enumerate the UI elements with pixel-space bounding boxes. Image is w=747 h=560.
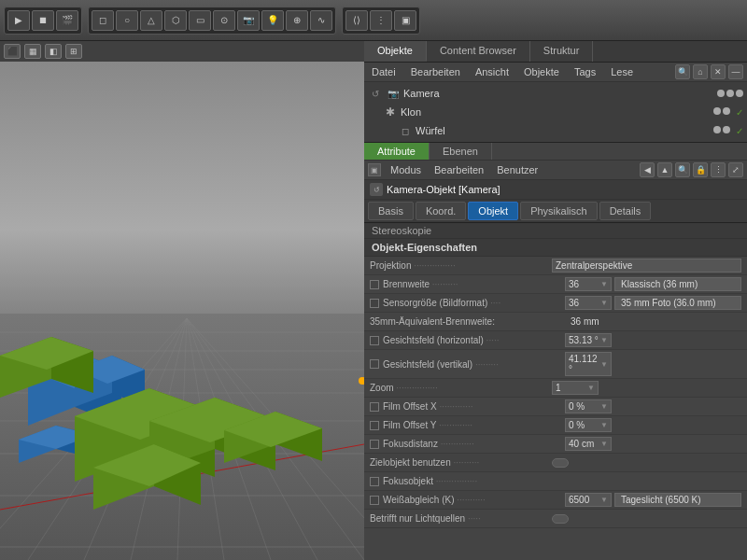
prop-row-zoom: Zoom ················ 1▼ [364, 379, 747, 398]
toolbar-btn-null[interactable]: ⊕ [286, 10, 308, 31]
prop-row-brennweite: Brennweite ·········· 36▼ Klassisch (36 … [364, 275, 747, 294]
close-icon[interactable]: ✕ [711, 64, 726, 79]
toolbar-btn-2[interactable]: ⏹ [32, 10, 54, 31]
search-icon[interactable]: 🔍 [675, 64, 690, 79]
camera-title: Kamera-Objekt [Kamera] [387, 184, 500, 195]
toolbar-btn-light[interactable]: 💡 [261, 10, 284, 31]
tab-ebenen[interactable]: Ebenen [430, 143, 492, 160]
section-header: Objekt-Eigenschaften [364, 239, 747, 257]
top-toolbar: ▶ ⏹ 🎬 ◻ ○ △ ⬡ ▭ ⊙ 📷 💡 ⊕ ∿ ⟨⟩ ⋮ ▣ [0, 0, 747, 41]
prop-row-fokusdistanz: Fokusdistanz ············· 40 cm▼ [364, 435, 747, 454]
check-icon: ✓ [736, 126, 743, 136]
stepper-filmoffsety[interactable]: 0 %▼ [565, 418, 612, 432]
object-tree: ↺ 📷 Kamera ✱ Klon ✓ [364, 82, 747, 143]
toolbar-btn-mograph[interactable]: ⋮ [370, 10, 392, 31]
toggle-zielobjekt[interactable] [552, 458, 569, 468]
toolbar-btn-cube[interactable]: ◻ [92, 10, 114, 31]
tab-objekt[interactable]: Objekt [468, 202, 518, 220]
lock-icon[interactable]: 🔒 [693, 162, 708, 177]
checkbox-gesichtsfeld-v[interactable] [370, 359, 379, 369]
checkbox-brennweite[interactable] [370, 280, 379, 289]
svg-rect-0 [0, 62, 364, 342]
dot2 [726, 90, 734, 97]
toolbar-btn-plane[interactable]: ▭ [189, 10, 211, 31]
prop-row-projektion: Projektion ················ Zentralpersp… [364, 257, 747, 275]
toolbar-btn-torus[interactable]: ⊙ [213, 10, 235, 31]
stepper-sensorgroesse[interactable]: 36▼ [565, 296, 612, 310]
tab-koord[interactable]: Koord. [416, 202, 466, 220]
toggle-lichtquellen[interactable] [552, 514, 569, 524]
menu-datei[interactable]: Datei [368, 65, 400, 78]
tree-item-kamera[interactable]: ↺ 📷 Kamera [364, 84, 747, 103]
viewport-nav-btn-2[interactable]: ▦ [24, 44, 41, 59]
stepper-weissabgleich[interactable]: 6500▼ [565, 493, 612, 507]
menu-lese[interactable]: Lese [607, 65, 637, 78]
checkbox-gesichtsfeld-h[interactable] [370, 336, 379, 345]
viewport-nav-btn-4[interactable]: ⊞ [65, 44, 82, 59]
dot2 [723, 107, 730, 115]
label-sensorgroesse: Sensorgröße (Bildformat) ···· [383, 298, 565, 308]
tab-attribute[interactable]: Attribute [364, 143, 430, 160]
tab-physikalisch[interactable]: Physikalisch [520, 202, 598, 220]
tab-content-browser[interactable]: Content Browser [427, 41, 530, 62]
attr-benutzer[interactable]: Benutzer [493, 163, 542, 176]
toolbar-btn-sphere[interactable]: ○ [116, 10, 138, 31]
toolbar-btn-render[interactable]: ▣ [394, 10, 416, 31]
arrow-left-icon[interactable]: ◀ [640, 162, 655, 177]
tree-dots-klon: ✓ [713, 107, 743, 118]
attr-icons-right: ◀ ▲ 🔍 🔒 ⋮ ⤢ [640, 162, 743, 177]
viewport-nav: ⬛ ▦ ◧ ⊞ [0, 41, 364, 62]
stepper-gesichtsfeld-v[interactable]: 41.112 °▼ [565, 352, 612, 376]
tree-item-wuerfel[interactable]: ◻ Würfel ✓ [364, 121, 747, 140]
checkbox-fokusdistanz[interactable] [370, 440, 379, 449]
checkbox-filmoffsetx[interactable] [370, 402, 379, 412]
minimize-icon[interactable]: — [728, 64, 743, 79]
expand-icon[interactable]: ⤢ [728, 162, 743, 177]
checkbox-filmoffsety[interactable] [370, 421, 379, 430]
checkbox-weissabgleich[interactable] [370, 496, 379, 505]
viewport-nav-btn-3[interactable]: ◧ [45, 44, 62, 59]
menu-ansicht[interactable]: Ansicht [472, 65, 513, 78]
tree-label-wuerfel: Würfel [416, 125, 713, 136]
tree-item-klon[interactable]: ✱ Klon ✓ [364, 103, 747, 121]
stepper-zoom[interactable]: 1▼ [552, 381, 599, 395]
toolbar-btn-deform[interactable]: ⟨⟩ [345, 10, 368, 31]
tab-basis[interactable]: Basis [368, 202, 414, 220]
label-weissabgleich: Weißabgleich (K) ··········· [383, 495, 565, 505]
tab-struktur[interactable]: Struktur [530, 41, 594, 62]
right-panel: Objekte Content Browser Struktur Datei B… [364, 41, 747, 560]
toolbar-btn-1[interactable]: ▶ [7, 10, 30, 31]
attr-modus[interactable]: Modus [387, 163, 425, 176]
search2-icon[interactable]: 🔍 [675, 162, 690, 177]
toolbar-btn-3[interactable]: 🎬 [56, 10, 78, 31]
label-projektion: Projektion ················ [370, 260, 552, 271]
home-icon[interactable]: ⌂ [693, 64, 708, 79]
dot1 [713, 107, 721, 115]
stepper-gesichtsfeld-h[interactable]: 53.13 °▼ [565, 333, 612, 347]
label-filmoffsety: Film Offset Y ············· [383, 420, 565, 430]
tree-label-kamera: Kamera [403, 88, 717, 99]
viewport-nav-btn-1[interactable]: ⬛ [4, 44, 21, 59]
badge-weissabgleich: Tageslicht (6500 K) [614, 493, 741, 507]
menu-tags[interactable]: Tags [571, 65, 599, 78]
tab-objekte[interactable]: Objekte [364, 41, 427, 62]
menu-objekte[interactable]: Objekte [520, 65, 563, 78]
checkbox-sensorgroesse[interactable] [370, 299, 379, 308]
stepper-filmoffsetx[interactable]: 0 %▼ [565, 399, 612, 413]
tab-details[interactable]: Details [599, 202, 652, 220]
properties-panel: Objekt-Eigenschaften Projektion ········… [364, 239, 747, 560]
toolbar-btn-cylinder[interactable]: ⬡ [164, 10, 187, 31]
toolbar-btn-cone[interactable]: △ [140, 10, 162, 31]
menu-bearbeiten[interactable]: Bearbeiten [407, 65, 464, 78]
value-projektion[interactable]: Zentralperspektive [552, 259, 741, 273]
toolbar-btn-cam[interactable]: 📷 [237, 10, 260, 31]
attr-bearbeiten[interactable]: Bearbeiten [430, 163, 487, 176]
stepper-fokusdistanz[interactable]: 40 cm▼ [565, 437, 612, 451]
stepper-brennweite[interactable]: 36▼ [565, 277, 612, 291]
toolbar-btn-spline[interactable]: ∿ [310, 10, 332, 31]
prop-row-fokusobjekt: Fokusobjekt ················ [364, 472, 747, 491]
arrow-up-icon[interactable]: ▲ [657, 162, 672, 177]
more-icon[interactable]: ⋮ [711, 162, 726, 177]
camera-header: ↺ Kamera-Objekt [Kamera] [364, 180, 747, 200]
checkbox-fokusobjekt[interactable] [370, 477, 379, 486]
